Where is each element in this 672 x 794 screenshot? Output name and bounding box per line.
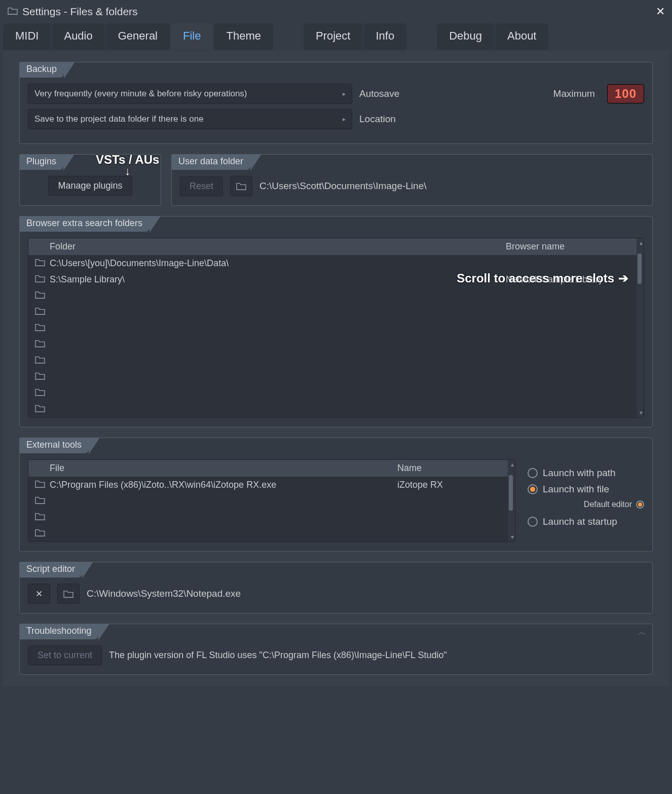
folder-icon [34,274,50,285]
folder-icon [34,290,50,302]
scrollbar[interactable]: ▴ ▾ [508,460,515,542]
table-row[interactable]: C:\Users\[you]\Documents\Image-Line\Data… [28,255,644,271]
tab-theme[interactable]: Theme [214,23,273,50]
tab-debug[interactable]: Debug [437,23,494,50]
radio-icon [528,468,538,478]
backup-panel: Backup Very frequently (every minute & b… [19,62,653,144]
folder-icon [34,306,50,318]
location-label: Location [359,114,420,125]
dropdown-value: Very frequently (every minute & before r… [34,89,247,99]
folder-icon [34,404,50,415]
table-row[interactable] [28,287,644,304]
col-browser-name: Browser name [506,241,638,252]
clear-button[interactable]: ✕ [28,584,50,604]
list-header: Folder Browser name [28,238,644,255]
scroll-up-icon[interactable]: ▴ [511,461,514,468]
panel-label: Browser extra search folders [19,216,150,232]
annotation-vsts: VSTs / AUs [96,153,159,178]
panel-label: Backup [19,62,64,78]
browse-folder-button[interactable] [57,584,80,604]
radio-launch-startup[interactable]: Launch at startup [528,516,644,527]
panel-label: Script editor [19,562,82,578]
scroll-down-icon[interactable]: ▾ [511,533,514,540]
browser-folders-panel: Browser extra search folders Folder Brow… [19,216,653,427]
folder-icon [34,258,50,269]
content-area: Backup Very frequently (every minute & b… [3,51,669,686]
folder-icon [34,528,50,539]
panel-label: External tools [19,438,89,453]
table-row[interactable] [28,304,644,320]
scroll-thumb[interactable] [638,254,642,284]
window-title: Settings - Files & folders [22,6,138,18]
folder-icon [34,387,50,399]
external-tools-list: File Name C:\Program Files (x86)\iZoto..… [28,459,515,542]
table-row[interactable] [28,493,515,509]
radio-launch-file[interactable]: Launch with file [528,484,644,495]
table-row[interactable] [28,401,644,417]
close-icon[interactable]: ✕ [656,5,665,18]
collapse-icon[interactable]: ︿ [638,627,646,638]
table-row[interactable] [28,336,644,352]
scroll-thumb[interactable] [509,475,513,511]
folder-icon [34,339,50,350]
panel-label: Plugins [19,154,63,170]
row-file: C:\Program Files (x86)\iZoto..\RX\win64\… [50,480,397,490]
tab-midi[interactable]: MIDI [3,23,51,50]
reset-button[interactable]: Reset [180,176,223,196]
caret-right-icon: ▸ [343,116,346,123]
scroll-up-icon[interactable]: ▴ [640,239,643,246]
default-editor-option[interactable]: Default editor [528,500,644,509]
external-tools-panel: External tools File Name C:\Program File… [19,438,653,552]
annotation-scroll: Scroll to access more slots ➔ [457,271,628,285]
list-header: File Name [28,460,515,477]
tab-audio[interactable]: Audio [52,23,104,50]
row-folder: S:\Sample Library\ [50,274,506,285]
table-row[interactable] [28,369,644,385]
table-row[interactable]: C:\Program Files (x86)\iZoto..\RX\win64\… [28,477,515,493]
folder-icon [34,512,50,523]
col-folder: Folder [50,241,506,252]
set-to-current-button[interactable]: Set to current [28,645,102,665]
scroll-down-icon[interactable]: ▾ [640,409,643,416]
user-data-path: C:\Users\Scott\Documents\Image-Line\ [259,181,426,192]
radio-icon [528,517,538,527]
table-row[interactable] [28,320,644,336]
tabs-bar: MIDIAudioGeneralFileThemeProjectInfoDebu… [0,23,672,51]
table-row[interactable] [28,352,644,369]
list-body[interactable]: C:\Program Files (x86)\iZoto..\RX\win64\… [28,477,515,542]
launch-options: Launch with path Launch with file Defaul… [528,459,644,542]
panel-label: User data folder [171,154,250,170]
tab-info[interactable]: Info [363,23,406,50]
folder-icon [34,479,50,491]
row-folder: C:\Users\[you]\Documents\Image-Line\Data… [50,258,506,269]
folder-icon [34,495,50,507]
autosave-label: Autosave [359,88,420,99]
radio-launch-path[interactable]: Launch with path [528,467,644,479]
scrollbar[interactable]: ▴ ▾ [637,238,644,417]
script-editor-panel: Script editor ✕ C:\Windows\System32\Note… [19,562,653,613]
panel-label: Troubleshooting [19,624,98,639]
autosave-dropdown[interactable]: Very frequently (every minute & before r… [28,84,352,104]
folder-icon [34,355,50,367]
manage-plugins-button[interactable]: Manage plugins [48,176,132,196]
table-row[interactable] [28,509,515,525]
troubleshooting-info: The plugin version of FL Studio uses "C:… [109,650,447,661]
list-body[interactable]: Scroll to access more slots ➔ C:\Users\[… [28,255,644,417]
tab-project[interactable]: Project [304,23,362,50]
table-row[interactable] [28,385,644,401]
tab-about[interactable]: About [495,23,549,50]
folder-icon [7,6,18,18]
maximum-value[interactable]: 100 [607,84,644,103]
browse-folder-button[interactable] [230,176,252,196]
radio-icon [636,500,644,509]
troubleshooting-panel: Troubleshooting ︿ Set to current The plu… [19,624,653,675]
folder-icon [34,322,50,334]
table-row[interactable] [28,525,515,542]
tab-general[interactable]: General [106,23,170,50]
radio-icon [528,484,538,494]
tab-file[interactable]: File [171,23,213,50]
dropdown-value: Save to the project data folder if there… [34,114,204,124]
location-dropdown[interactable]: Save to the project data folder if there… [28,109,352,129]
plugins-panel: Plugins VSTs / AUs Manage plugins [19,154,161,206]
browser-folder-list: Folder Browser name Scroll to access mor… [28,238,644,418]
